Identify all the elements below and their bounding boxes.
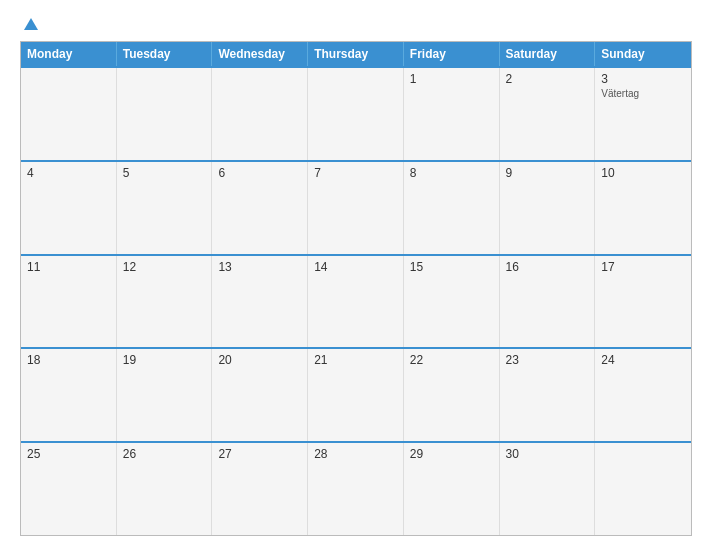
cal-cell: 9 — [500, 162, 596, 254]
calendar-header-row: MondayTuesdayWednesdayThursdayFridaySatu… — [21, 42, 691, 66]
cal-cell: 15 — [404, 256, 500, 348]
day-number: 19 — [123, 353, 206, 367]
day-number: 14 — [314, 260, 397, 274]
calendar: MondayTuesdayWednesdayThursdayFridaySatu… — [20, 41, 692, 536]
cal-cell: 21 — [308, 349, 404, 441]
cal-week-4: 18192021222324 — [21, 347, 691, 441]
cal-cell: 6 — [212, 162, 308, 254]
day-number: 6 — [218, 166, 301, 180]
day-number: 13 — [218, 260, 301, 274]
day-number: 30 — [506, 447, 589, 461]
cal-cell: 20 — [212, 349, 308, 441]
cal-cell: 19 — [117, 349, 213, 441]
cal-header-cell-monday: Monday — [21, 42, 117, 66]
cal-cell: 7 — [308, 162, 404, 254]
cal-header-cell-tuesday: Tuesday — [117, 42, 213, 66]
day-number: 4 — [27, 166, 110, 180]
cal-week-2: 45678910 — [21, 160, 691, 254]
cal-cell: 14 — [308, 256, 404, 348]
cal-cell: 23 — [500, 349, 596, 441]
cal-header-cell-thursday: Thursday — [308, 42, 404, 66]
day-note: Vätertag — [601, 88, 685, 99]
logo-triangle-icon — [24, 18, 38, 30]
day-number: 27 — [218, 447, 301, 461]
day-number: 17 — [601, 260, 685, 274]
cal-header-cell-friday: Friday — [404, 42, 500, 66]
cal-week-1: 123Vätertag — [21, 66, 691, 160]
day-number: 8 — [410, 166, 493, 180]
day-number: 18 — [27, 353, 110, 367]
day-number: 5 — [123, 166, 206, 180]
logo — [20, 18, 38, 31]
cal-cell — [308, 68, 404, 160]
cal-cell: 12 — [117, 256, 213, 348]
cal-week-5: 252627282930 — [21, 441, 691, 535]
day-number: 11 — [27, 260, 110, 274]
day-number: 12 — [123, 260, 206, 274]
cal-cell: 4 — [21, 162, 117, 254]
logo-blue-text — [20, 18, 38, 31]
day-number: 10 — [601, 166, 685, 180]
day-number: 26 — [123, 447, 206, 461]
cal-cell: 17 — [595, 256, 691, 348]
cal-cell: 8 — [404, 162, 500, 254]
cal-cell: 16 — [500, 256, 596, 348]
cal-cell: 28 — [308, 443, 404, 535]
cal-cell — [595, 443, 691, 535]
cal-header-cell-saturday: Saturday — [500, 42, 596, 66]
cal-cell: 27 — [212, 443, 308, 535]
day-number: 25 — [27, 447, 110, 461]
day-number: 9 — [506, 166, 589, 180]
day-number: 15 — [410, 260, 493, 274]
day-number: 29 — [410, 447, 493, 461]
cal-header-cell-wednesday: Wednesday — [212, 42, 308, 66]
cal-week-3: 11121314151617 — [21, 254, 691, 348]
cal-cell: 3Vätertag — [595, 68, 691, 160]
cal-cell: 29 — [404, 443, 500, 535]
day-number: 23 — [506, 353, 589, 367]
cal-cell: 2 — [500, 68, 596, 160]
cal-cell: 5 — [117, 162, 213, 254]
cal-cell — [117, 68, 213, 160]
cal-cell: 24 — [595, 349, 691, 441]
cal-cell: 10 — [595, 162, 691, 254]
cal-cell: 22 — [404, 349, 500, 441]
cal-cell — [212, 68, 308, 160]
cal-header-cell-sunday: Sunday — [595, 42, 691, 66]
cal-cell: 18 — [21, 349, 117, 441]
day-number: 28 — [314, 447, 397, 461]
day-number: 24 — [601, 353, 685, 367]
day-number: 1 — [410, 72, 493, 86]
cal-cell: 11 — [21, 256, 117, 348]
day-number: 7 — [314, 166, 397, 180]
cal-cell: 13 — [212, 256, 308, 348]
day-number: 20 — [218, 353, 301, 367]
day-number: 21 — [314, 353, 397, 367]
day-number: 3 — [601, 72, 685, 86]
cal-cell: 25 — [21, 443, 117, 535]
cal-cell: 26 — [117, 443, 213, 535]
day-number: 22 — [410, 353, 493, 367]
day-number: 2 — [506, 72, 589, 86]
cal-cell: 30 — [500, 443, 596, 535]
cal-cell — [21, 68, 117, 160]
cal-cell: 1 — [404, 68, 500, 160]
header — [20, 18, 692, 31]
page: MondayTuesdayWednesdayThursdayFridaySatu… — [0, 0, 712, 550]
calendar-body: 123Vätertag45678910111213141516171819202… — [21, 66, 691, 535]
day-number: 16 — [506, 260, 589, 274]
